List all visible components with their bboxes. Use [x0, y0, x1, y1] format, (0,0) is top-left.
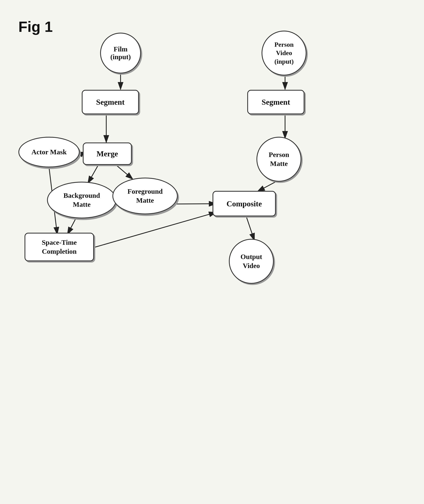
film-input-node: Film(input): [100, 33, 141, 73]
svg-line-7: [68, 219, 76, 234]
film-input-label: Film(input): [110, 45, 131, 61]
svg-line-12: [257, 182, 276, 191]
actor-mask-label: Actor Mask: [31, 148, 67, 156]
segment-right-label: Segment: [262, 97, 290, 107]
foreground-matte-node: ForegroundMatte: [112, 178, 178, 214]
fig-label: Fig 1: [19, 18, 53, 35]
svg-line-5: [117, 165, 133, 179]
background-matte-label: BackgroundMatte: [63, 191, 100, 209]
person-video-node: PersonVideo(input): [262, 31, 306, 76]
merge-node: Merge: [83, 142, 132, 165]
svg-line-4: [88, 165, 98, 183]
svg-line-9: [92, 212, 216, 248]
merge-label: Merge: [96, 149, 118, 158]
segment-left-label: Segment: [96, 97, 125, 107]
diagram-container: Fig 1: [12, 12, 411, 498]
composite-node: Composite: [212, 191, 276, 216]
segment-left-node: Segment: [82, 90, 139, 114]
person-matte-node: PersonMatte: [256, 137, 301, 182]
composite-label: Composite: [226, 199, 262, 208]
person-matte-label: PersonMatte: [269, 150, 289, 168]
person-video-label: PersonVideo(input): [274, 40, 294, 66]
output-video-label: OutputVideo: [241, 252, 262, 270]
actor-mask-node: Actor Mask: [19, 137, 80, 167]
segment-right-node: Segment: [247, 90, 305, 114]
foreground-matte-label: ForegroundMatte: [127, 187, 163, 205]
space-time-label: Space-TimeCompletion: [42, 238, 77, 256]
background-matte-node: BackgroundMatte: [47, 182, 117, 219]
output-video-node: OutputVideo: [229, 239, 274, 284]
svg-line-13: [246, 216, 254, 240]
space-time-node: Space-TimeCompletion: [25, 233, 94, 261]
